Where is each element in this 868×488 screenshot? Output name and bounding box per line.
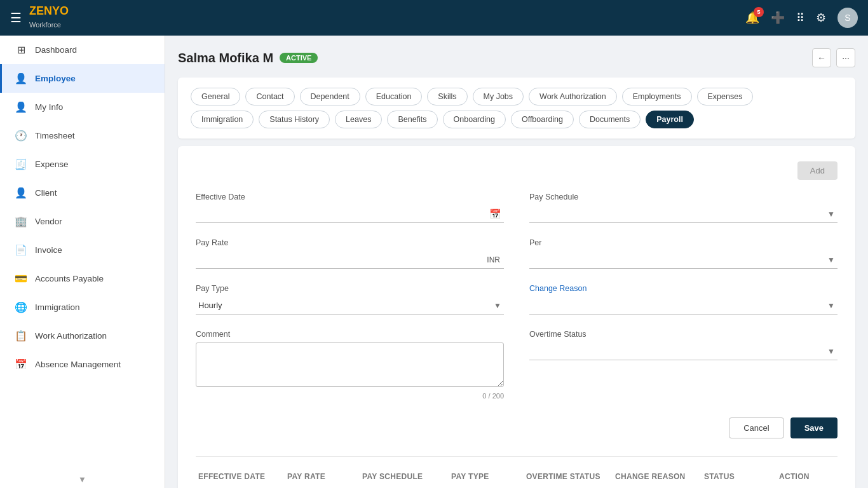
client-icon: 👤: [15, 187, 27, 199]
tab-onboarding[interactable]: Onboarding: [443, 111, 506, 128]
add-button[interactable]: Add: [797, 161, 837, 180]
pay-type-group: Pay Type Hourly Salary Commission ▼: [196, 284, 504, 315]
page-title: Salma Mofika M: [178, 51, 273, 65]
page-header: Salma Mofika M ACTIVE ← ···: [178, 48, 855, 67]
tab-education[interactable]: Education: [365, 88, 423, 105]
sidebar-scroll-down[interactable]: ▼: [0, 471, 165, 488]
per-select-wrapper: Hour Day Month Year ▼: [529, 251, 837, 269]
overtime-status-select[interactable]: Exempt Non-Exempt: [529, 342, 837, 360]
tab-employments[interactable]: Employments: [622, 88, 692, 105]
col-overtime-status: Overtime Status: [526, 472, 610, 481]
col-pay-rate: Pay Rate: [287, 472, 357, 481]
pay-rate-input[interactable]: [196, 251, 483, 268]
top-navigation: ☰ ZENYOWorkforce 🔔 5 ➕ ⠿ ⚙ S: [0, 0, 868, 36]
sidebar-item-label: Timesheet: [35, 131, 75, 140]
tab-benefits[interactable]: Benefits: [387, 111, 437, 128]
avatar[interactable]: S: [837, 8, 858, 28]
overtime-status-label: Overtime Status: [529, 330, 837, 339]
sidebar-item-work-authorization[interactable]: 📋 Work Authorization: [0, 322, 165, 350]
col-pay-type: Pay Type: [451, 472, 521, 481]
sidebar-item-label: Vendor: [35, 217, 62, 226]
invoice-icon: 📄: [15, 244, 27, 256]
sidebar-item-dashboard[interactable]: ⊞ Dashboard: [0, 36, 165, 64]
pay-type-select[interactable]: Hourly Salary Commission: [196, 297, 504, 314]
tab-contact[interactable]: Contact: [245, 88, 294, 105]
sidebar-item-label: My Info: [35, 102, 63, 112]
tabs-row-2: Immigration Status History Leaves Benefi…: [191, 111, 843, 128]
tab-leaves[interactable]: Leaves: [335, 111, 382, 128]
app-logo: ZENYOWorkforce: [29, 5, 69, 30]
overtime-status-select-wrapper: Exempt Non-Exempt ▼: [529, 342, 837, 360]
topnav-icons: 🔔 5 ➕ ⠿ ⚙ S: [745, 8, 858, 28]
tab-offboarding[interactable]: Offboarding: [511, 111, 574, 128]
sidebar-item-myinfo[interactable]: 👤 My Info: [0, 93, 165, 121]
vendor-icon: 🏢: [15, 215, 27, 227]
logo-text: ZENYOWorkforce: [29, 5, 69, 30]
change-reason-label: Change Reason: [529, 284, 837, 293]
sidebar-item-client[interactable]: 👤 Client: [0, 179, 165, 207]
timesheet-icon: 🕐: [15, 130, 27, 142]
pay-rate-group: Pay Rate INR: [196, 238, 504, 269]
overtime-status-group: Overtime Status Exempt Non-Exempt ▼: [529, 330, 837, 400]
page-title-area: Salma Mofika M ACTIVE: [178, 51, 318, 65]
calendar-icon[interactable]: 📅: [487, 208, 504, 220]
sidebar-item-employee[interactable]: 👤 Employee: [0, 64, 165, 93]
tabs-card: General Contact Dependent Education Skil…: [178, 78, 855, 139]
effective-date-input-wrapper: 📅: [196, 205, 504, 223]
cancel-button[interactable]: Cancel: [729, 417, 783, 438]
change-reason-select-wrapper: New Hire Promotion Annual Review ▼: [529, 297, 837, 315]
sidebar-item-label: Immigration: [35, 302, 80, 312]
change-reason-select[interactable]: New Hire Promotion Annual Review: [529, 297, 837, 314]
sidebar-item-label: Expense: [35, 159, 69, 169]
tab-payroll[interactable]: Payroll: [646, 111, 694, 128]
tab-dependent[interactable]: Dependent: [300, 88, 360, 105]
pay-rate-input-wrapper: INR: [196, 251, 504, 269]
more-options-button[interactable]: ···: [836, 48, 855, 67]
table-header-row: Effective Date Pay Rate Pay Schedule Pay…: [196, 467, 837, 486]
settings-icon[interactable]: ⚙: [816, 11, 826, 25]
status-badge: ACTIVE: [280, 53, 318, 63]
form-card-header: Add: [196, 161, 837, 180]
tab-general[interactable]: General: [191, 88, 240, 105]
sidebar-item-immigration[interactable]: 🌐 Immigration: [0, 293, 165, 322]
tab-skills[interactable]: Skills: [427, 88, 467, 105]
comment-label: Comment: [196, 330, 504, 339]
tab-expenses[interactable]: Expenses: [697, 88, 754, 105]
sidebar-item-accounts-payable[interactable]: 💳 Accounts Payable: [0, 264, 165, 293]
sidebar-item-label: Accounts Payable: [35, 274, 104, 283]
col-pay-schedule: Pay Schedule: [362, 472, 446, 481]
comment-group: Comment 0 / 200: [196, 330, 504, 400]
sidebar: ⊞ Dashboard 👤 Employee 👤 My Info 🕐 Times…: [0, 36, 165, 488]
tab-work-authorization[interactable]: Work Authorization: [529, 88, 617, 105]
sidebar-item-expense[interactable]: 🧾 Expense: [0, 150, 165, 179]
pay-type-select-wrapper: Hourly Salary Commission ▼: [196, 297, 504, 315]
sidebar-item-absence-management[interactable]: 📅 Absence Management: [0, 350, 165, 379]
tab-immigration[interactable]: Immigration: [191, 111, 254, 128]
notification-icon[interactable]: 🔔 5: [745, 11, 759, 25]
sidebar-item-timesheet[interactable]: 🕐 Timesheet: [0, 121, 165, 150]
tab-my-jobs[interactable]: My Jobs: [473, 88, 524, 105]
save-button[interactable]: Save: [790, 417, 837, 438]
notification-badge: 5: [754, 7, 764, 17]
sidebar-item-vendor[interactable]: 🏢 Vendor: [0, 207, 165, 236]
per-select[interactable]: Hour Day Month Year: [529, 251, 837, 268]
col-effective-date: Effective Date: [198, 472, 282, 481]
sidebar-item-label: Work Authorization: [35, 331, 107, 341]
add-icon[interactable]: ➕: [771, 11, 785, 25]
effective-date-group: Effective Date 📅: [196, 193, 504, 223]
currency-suffix: INR: [483, 255, 504, 264]
sidebar-item-label: Employee: [35, 74, 76, 83]
back-button[interactable]: ←: [812, 48, 831, 67]
effective-date-input[interactable]: [196, 205, 487, 222]
hamburger-icon[interactable]: ☰: [10, 10, 22, 25]
pay-schedule-select[interactable]: Weekly Bi-Weekly Monthly: [529, 205, 837, 222]
sidebar-item-label: Client: [35, 188, 57, 198]
tab-status-history[interactable]: Status History: [259, 111, 330, 128]
expense-icon: 🧾: [15, 158, 27, 170]
grid-icon[interactable]: ⠿: [796, 11, 804, 25]
sidebar-item-invoice[interactable]: 📄 Invoice: [0, 236, 165, 264]
page-header-actions: ← ···: [812, 48, 855, 67]
work-auth-icon: 📋: [15, 330, 27, 342]
comment-textarea[interactable]: [196, 342, 504, 387]
tab-documents[interactable]: Documents: [579, 111, 641, 128]
